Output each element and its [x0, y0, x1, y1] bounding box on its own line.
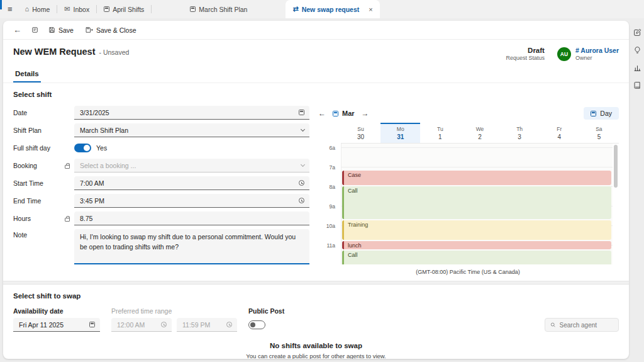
calendar-event-lunch[interactable]: lunch	[342, 241, 611, 250]
section-divider	[3, 281, 629, 285]
tab-april-shifts[interactable]: April Shifts	[97, 0, 151, 18]
public-post-toggle[interactable]	[248, 320, 265, 329]
back-button[interactable]: ←	[8, 24, 26, 36]
calendar-event-case[interactable]: Case	[342, 171, 611, 185]
inbox-icon: ✉	[64, 6, 70, 13]
form-switcher-icon[interactable]	[28, 24, 42, 36]
availability-date-label: Availability date	[13, 307, 100, 315]
owner-link[interactable]: # Aurora User	[575, 47, 619, 54]
preferred-time-range-label: Preferred time range	[111, 307, 237, 315]
availability-date-group: Availability date	[13, 307, 100, 332]
calendar-grid: 6a7a8a9a10a11a CaseCallTraininglunchCall	[317, 144, 619, 264]
calendar-scrollbar	[613, 144, 619, 264]
full-shift-day-label: Full shift day	[13, 144, 65, 152]
booking-select[interactable]	[74, 159, 309, 173]
day-column-su-30[interactable]: Su30	[341, 123, 380, 143]
date-input[interactable]	[74, 106, 309, 120]
chart-icon[interactable]	[633, 64, 641, 72]
swap-icon: ⇄	[292, 6, 298, 13]
no-shifts-empty-state: No shifts available to swap You can crea…	[3, 342, 629, 359]
calendar-icon	[333, 111, 338, 116]
unsaved-indicator: - Unsaved	[99, 48, 130, 56]
right-icon-rail	[631, 21, 644, 362]
calendar-icon	[591, 111, 596, 116]
date-picker-icon[interactable]	[299, 110, 304, 115]
time-label: 8a	[330, 184, 335, 190]
hours-input[interactable]	[74, 212, 309, 225]
close-tab-icon[interactable]: ×	[369, 6, 372, 13]
calendar-event-call[interactable]: Call	[342, 251, 611, 264]
tab-march-shift-plan[interactable]: March Shift Plan	[183, 0, 254, 18]
tab-new-swap-request-label: New swap request	[302, 6, 360, 13]
calendar-nav: ← Mar → Day	[317, 106, 619, 121]
hours-label: Hours	[13, 215, 65, 222]
month-picker[interactable]: Mar	[333, 110, 355, 117]
day-column-fr-4[interactable]: Fr4	[540, 123, 579, 143]
time-gutter: 6a7a8a9a10a11a	[317, 144, 341, 264]
booking-field-row: Booking	[13, 159, 309, 173]
notebook-icon[interactable]	[633, 81, 641, 89]
clock-icon[interactable]	[299, 180, 304, 186]
prev-month-icon[interactable]: ←	[317, 109, 327, 118]
clock-icon[interactable]	[299, 198, 304, 203]
full-shift-day-toggle[interactable]	[74, 144, 91, 152]
time-label: 6a	[330, 145, 335, 151]
availability-date-input[interactable]	[13, 318, 100, 332]
lock-icon	[65, 218, 70, 222]
save-button[interactable]: Save	[43, 24, 79, 37]
clock-icon	[226, 322, 232, 327]
tab-new-swap-request[interactable]: ⇄ New swap request ×	[286, 0, 379, 18]
search-icon	[550, 322, 556, 328]
shift-plan-select[interactable]	[74, 123, 309, 137]
day-column-mo-31[interactable]: Mo31	[380, 123, 420, 143]
tab-inbox-label: Inbox	[73, 6, 89, 13]
tab-home[interactable]: ⌂ Home	[18, 0, 57, 18]
month-label: Mar	[342, 110, 355, 117]
save-and-close-button[interactable]: Save & Close	[80, 24, 142, 37]
day-column-th-3[interactable]: Th3	[500, 123, 540, 143]
clock-icon	[161, 322, 167, 327]
search-agent-input[interactable]	[560, 322, 613, 329]
calendar-event-call[interactable]: Call	[342, 186, 611, 219]
tab-april-shifts-label: April Shifts	[113, 6, 144, 13]
next-month-icon[interactable]: →	[360, 109, 370, 118]
day-view-button[interactable]: Day	[584, 107, 619, 120]
owner-avatar: AU	[557, 47, 571, 61]
save-and-close-label: Save & Close	[96, 26, 136, 34]
page-title: New WEM Request	[13, 47, 96, 57]
swap-section-title: Select shift to swap	[13, 292, 619, 300]
hamburger-menu-icon[interactable]: ≡	[8, 4, 13, 14]
request-status-block: Draft Request Status	[506, 47, 545, 61]
edit-icon[interactable]	[633, 28, 641, 37]
lightbulb-icon[interactable]	[633, 46, 641, 54]
empty-state-title: No shifts available to swap	[3, 342, 629, 349]
tab-details[interactable]: Details	[13, 66, 41, 82]
date-picker-icon[interactable]	[89, 322, 95, 327]
swap-controls: Availability date Preferred time range P	[3, 307, 629, 332]
chevron-down-icon[interactable]	[301, 127, 304, 131]
record-header: New WEM Request - Unsaved Draft Request …	[3, 40, 629, 61]
tab-home-label: Home	[32, 6, 50, 13]
select-shift-form: Date Shift Plan Full shi	[13, 106, 309, 275]
note-textarea[interactable]: Hi, I'm looking to swap my shift due to …	[74, 229, 309, 264]
end-time-input[interactable]	[74, 194, 309, 208]
day-column-tu-1[interactable]: Tu1	[420, 123, 460, 143]
full-shift-day-row: Full shift day Yes	[13, 141, 309, 155]
calendar-event-training[interactable]: Training	[342, 220, 611, 240]
shift-calendar: ← Mar → Day Su30Mo31Tu1We2Th3Fr4Sa5 6	[317, 106, 619, 275]
command-bar: ← Save Save & Close	[3, 21, 629, 40]
calendar-icon	[190, 6, 196, 12]
shift-plan-field-row: Shift Plan	[13, 123, 309, 137]
home-icon: ⌂	[25, 6, 30, 13]
day-column-sa-5[interactable]: Sa5	[579, 123, 619, 143]
time-label: 7a	[330, 164, 335, 171]
booking-label: Booking	[13, 162, 65, 169]
start-time-input[interactable]	[74, 176, 309, 190]
tab-inbox[interactable]: ✉ Inbox	[57, 0, 96, 18]
request-status-label: Request Status	[506, 55, 545, 61]
agent-search-box	[545, 318, 619, 332]
day-column-we-2[interactable]: We2	[460, 123, 499, 143]
scrollbar-thumb[interactable]	[614, 145, 618, 188]
time-label: 9a	[330, 203, 335, 210]
timezone-label: (GMT-08:00) Pacific Time (US & Canada)	[317, 269, 619, 275]
